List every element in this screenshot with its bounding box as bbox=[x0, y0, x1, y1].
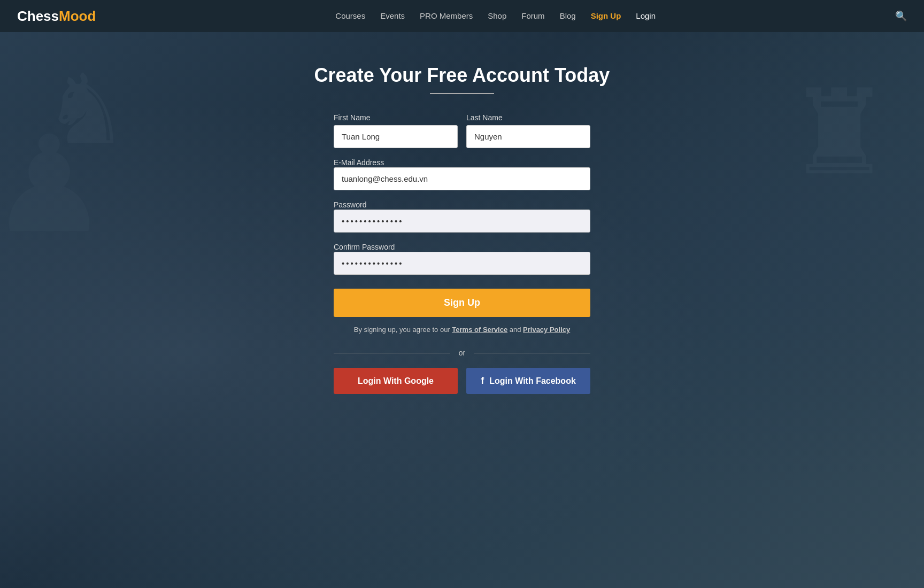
signup-form: First Name Last Name E-Mail Address Pass… bbox=[334, 113, 590, 394]
password-input[interactable] bbox=[334, 210, 590, 233]
or-divider: or bbox=[334, 349, 590, 357]
nav-links: Courses Events PRO Members Shop Forum Bl… bbox=[335, 11, 656, 21]
nav-pro-members[interactable]: PRO Members bbox=[420, 11, 473, 20]
brand-mood: Mood bbox=[59, 8, 96, 25]
first-name-input[interactable] bbox=[334, 125, 458, 148]
nav-events[interactable]: Events bbox=[380, 11, 405, 20]
last-name-input[interactable] bbox=[466, 125, 590, 148]
or-line-right bbox=[474, 353, 590, 353]
page-title: Create Your Free Account Today bbox=[314, 64, 610, 87]
nav-signup[interactable]: Sign Up bbox=[591, 11, 621, 20]
email-input[interactable] bbox=[334, 167, 590, 190]
social-buttons: Login With Google f Login With Facebook bbox=[334, 368, 590, 394]
first-name-label: First Name bbox=[334, 113, 458, 122]
facebook-icon: f bbox=[481, 375, 484, 386]
or-text: or bbox=[459, 349, 465, 357]
confirm-password-group: Confirm Password bbox=[334, 242, 590, 275]
login-facebook-button[interactable]: f Login With Facebook bbox=[466, 368, 590, 394]
terms-middle: and bbox=[507, 326, 523, 334]
password-group: Password bbox=[334, 200, 590, 233]
navbar: ChessMood Courses Events PRO Members Sho… bbox=[0, 0, 924, 32]
last-name-label: Last Name bbox=[466, 113, 590, 122]
main-content: Create Your Free Account Today First Nam… bbox=[0, 32, 924, 426]
title-divider bbox=[430, 93, 494, 94]
nav-courses[interactable]: Courses bbox=[335, 11, 365, 20]
email-group: E-Mail Address bbox=[334, 158, 590, 190]
nav-login[interactable]: Login bbox=[636, 11, 656, 20]
terms-prefix: By signing up, you agree to our bbox=[354, 326, 452, 334]
nav-blog[interactable]: Blog bbox=[560, 11, 576, 20]
privacy-link[interactable]: Privacy Policy bbox=[523, 326, 570, 334]
login-facebook-label: Login With Facebook bbox=[489, 376, 576, 386]
last-name-group: Last Name bbox=[466, 113, 590, 148]
email-label: E-Mail Address bbox=[334, 158, 384, 167]
login-google-button[interactable]: Login With Google bbox=[334, 368, 458, 394]
nav-shop[interactable]: Shop bbox=[488, 11, 506, 20]
brand-logo[interactable]: ChessMood bbox=[17, 8, 96, 25]
or-line-left bbox=[334, 353, 450, 353]
brand-chess: Chess bbox=[17, 8, 59, 25]
name-row: First Name Last Name bbox=[334, 113, 590, 148]
search-icon[interactable]: 🔍 bbox=[895, 10, 907, 22]
first-name-group: First Name bbox=[334, 113, 458, 148]
signup-button[interactable]: Sign Up bbox=[334, 289, 590, 317]
nav-forum[interactable]: Forum bbox=[521, 11, 544, 20]
password-label: Password bbox=[334, 200, 366, 209]
terms-link[interactable]: Terms of Service bbox=[452, 326, 507, 334]
confirm-password-label: Confirm Password bbox=[334, 243, 395, 251]
terms-text: By signing up, you agree to our Terms of… bbox=[334, 326, 590, 334]
confirm-password-input[interactable] bbox=[334, 252, 590, 275]
